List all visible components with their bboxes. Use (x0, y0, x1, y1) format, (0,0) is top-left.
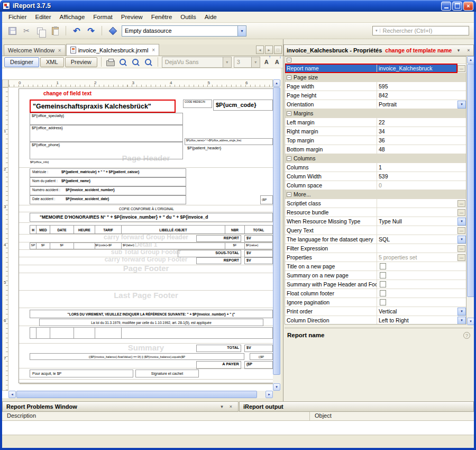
zoom-reset-icon[interactable] (143, 57, 154, 67)
empty-cell-4[interactable] (74, 327, 95, 339)
problems-table-body[interactable] (2, 421, 474, 435)
cut-icon[interactable]: ✂ (21, 25, 32, 36)
collapse-icon[interactable]: − (287, 111, 291, 116)
checkbox-float-column-footer[interactable] (380, 290, 386, 296)
menu-outils[interactable]: Outils (176, 13, 200, 21)
help-icon[interactable]: ? (463, 332, 470, 339)
prop-row-left-margin[interactable]: Left margin22 (285, 118, 466, 127)
empty-cell-6[interactable] (121, 327, 273, 339)
scrollbar-thumb[interactable] (273, 87, 280, 375)
menu-preview[interactable]: Preview (117, 13, 147, 21)
titlebar[interactable]: iReport 3.7.5 × (0, 0, 476, 12)
view-button-designer[interactable]: Designer (4, 57, 39, 67)
col-header-nbr[interactable]: NBR (225, 225, 245, 234)
menu-format[interactable]: Format (89, 13, 116, 21)
ellipsis-button[interactable]: ... (457, 65, 465, 72)
checkbox-title-on-a-new-page[interactable] (380, 263, 386, 269)
report-page[interactable]: Page Headercarry forward Group HeaderDet… (19, 88, 273, 383)
col-header-date[interactable]: DATE (50, 225, 74, 234)
prop-section-more[interactable]: −More... (285, 190, 466, 199)
prop-row-filter-expression[interactable]: Filter Expression... (285, 244, 466, 253)
canvas-horizontal-scrollbar[interactable]: ◂ ▸ (8, 391, 273, 398)
value-accident-number[interactable]: $P{invoice_accident_number} (66, 187, 185, 194)
redo-icon[interactable]: ↷ (86, 25, 96, 36)
field-copie-conforme[interactable]: COPIE CONFORME À L'ORIGINAL (94, 206, 199, 212)
label-matricule[interactable]: Matricule : (32, 169, 61, 176)
prop-section-columns[interactable]: −Columns (285, 154, 466, 163)
field-a-payer-value[interactable]: ($P (244, 361, 273, 369)
field-report2-label[interactable]: REPORT (196, 257, 241, 264)
field-right-clip[interactable]: ($P (260, 195, 273, 204)
dropdown-arrow-icon[interactable]: ▾ (457, 101, 466, 109)
ellipsis-button[interactable]: ... (457, 209, 465, 216)
prop-row-report-name[interactable]: Report nameinvoice_Kalchesbruck... (285, 64, 466, 73)
collapse-icon[interactable]: − (287, 75, 291, 80)
value-accident-date[interactable]: $P{invoice_accident_date} (66, 196, 185, 203)
prop-row-column-width[interactable]: Column Width539 (285, 172, 466, 181)
prop-row-bottom-margin[interactable]: Bottom margin48 (285, 145, 466, 154)
field-signature[interactable]: Signature et cachet (135, 370, 199, 377)
field-practice-name[interactable]: "Gemeinschaftspraxis Kalchesbrück" (30, 100, 176, 113)
menu-affichage[interactable]: Affichage (56, 13, 89, 21)
tab-invoice-kalchesbruck-jrxml[interactable]: invoice_Kalchesbruck.jrxml× (66, 44, 160, 56)
shade-panel-icon[interactable]: ▾ (218, 403, 225, 410)
field-soustotal-value[interactable]: $V (244, 250, 273, 257)
field-report2-value[interactable]: $V (244, 257, 273, 264)
field-office-phone[interactable]: $P{office_phone} (30, 142, 183, 159)
scroll-down-icon[interactable]: ▾ (273, 383, 280, 391)
menu-fen-tre[interactable]: Fenêtre (147, 13, 177, 21)
detail-cell-heure[interactable] (74, 242, 95, 249)
field-pour-acquit[interactable]: Pour acquit, le $P (30, 370, 133, 377)
field-patient-header[interactable]: $P{patient_header} (186, 146, 273, 154)
prop-row-top-margin[interactable]: Top margin36 (285, 136, 466, 145)
col-header-heure[interactable]: HEURE (74, 225, 95, 234)
prop-row-print-order[interactable]: Print orderVertical▾ (285, 307, 466, 316)
value-matricule[interactable]: $P{patient_matricule} + " " + $P{patient… (61, 169, 186, 176)
field-report1-value[interactable]: $V (244, 235, 273, 242)
field-office-address[interactable]: $P{office_address} (30, 125, 183, 142)
collapse-icon[interactable]: − (287, 156, 291, 161)
ellipsis-button[interactable]: ... (457, 227, 465, 234)
close-panel-icon[interactable]: × (227, 403, 234, 410)
copy-icon[interactable] (35, 25, 46, 36)
label-accident-date[interactable]: Date accident : (32, 196, 63, 203)
field-soustotal-label[interactable]: SOUS-TOTAL (178, 250, 241, 257)
empty-cell-2[interactable] (36, 327, 50, 339)
search-input[interactable]: ▾ Rechercher (Ctrl+I) (372, 26, 469, 35)
close-button[interactable]: × (463, 2, 473, 11)
field-virement-note[interactable]: "LORS DU VIREMENT, VEUILLEZ INDIQUER LA … (30, 310, 273, 318)
checkbox-ignore-pagination[interactable] (380, 299, 386, 305)
ellipsis-button[interactable]: ... (457, 245, 465, 252)
detail-cell-nbr[interactable]: $F (225, 242, 245, 249)
paste-icon[interactable] (50, 25, 60, 36)
scroll-tabs-left-icon[interactable]: ◂ (256, 46, 264, 54)
detail-cell-med[interactable]: $F (36, 242, 50, 249)
increase-font-icon[interactable]: A (262, 57, 271, 67)
canvas-vertical-scrollbar[interactable]: ▴ ▾ (273, 79, 281, 391)
ellipsis-button[interactable]: ... (457, 200, 465, 207)
dropdown-arrow-icon[interactable]: ▾ (457, 236, 466, 244)
collapse-all-row[interactable]: − (285, 57, 466, 64)
prop-row-ignore-pagination[interactable]: Ignore pagination (285, 298, 466, 307)
maximize-view-icon[interactable]: □ (274, 46, 282, 54)
scroll-down-icon[interactable]: ▾ (467, 318, 474, 325)
field-office-info[interactable]: $P{office_info} (30, 160, 94, 166)
undo-icon[interactable]: ↶ (71, 25, 82, 36)
shade-panel-icon[interactable]: ▾ (455, 47, 462, 54)
collapse-icon[interactable]: − (287, 192, 291, 197)
prop-section-margins[interactable]: −Margins (285, 109, 466, 118)
chevron-down-icon[interactable]: ▾ (237, 26, 246, 36)
zoom-out-icon[interactable] (131, 57, 141, 67)
annotation-change-of-field-text[interactable]: change of field text (43, 90, 149, 97)
prop-row-page-height[interactable]: Page height842 (285, 91, 466, 100)
field-ucm-code[interactable]: $P{ucm_code} (213, 100, 273, 111)
save-all-icon[interactable] (7, 25, 17, 36)
label-patient-name[interactable]: Nom du patient : (32, 178, 63, 185)
zoom-in-icon[interactable] (118, 57, 129, 67)
field-office-single-line[interactable]: $P{office_name}+"-"+$P{office_address_si… (185, 138, 273, 145)
prop-row-columns[interactable]: Columns1 (285, 163, 466, 172)
field-total-label[interactable]: TOTAL (196, 345, 241, 352)
field-balance-expr-right[interactable]: (($P (250, 353, 273, 360)
empty-cell-3[interactable] (50, 327, 74, 339)
datasource-select[interactable]: Empty datasource ▾ (122, 25, 246, 37)
